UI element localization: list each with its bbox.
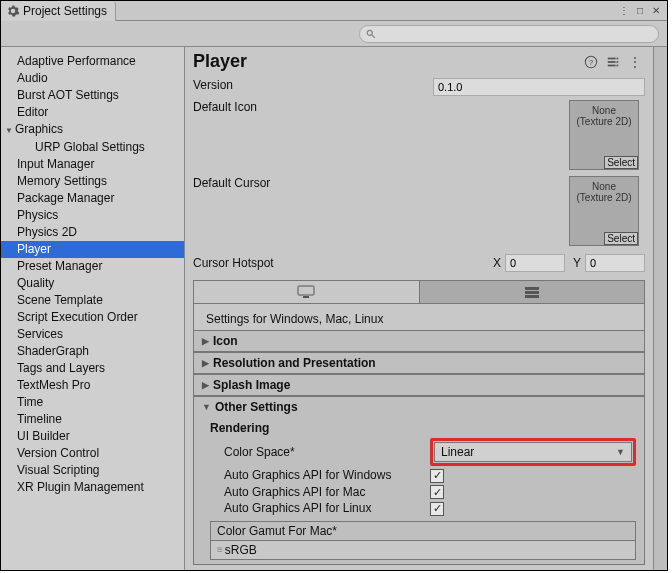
gamut-item-srgb[interactable]: ≡ sRGB — [210, 541, 636, 560]
fold-splash-label: Splash Image — [213, 378, 290, 392]
sidebar-item-graphics[interactable]: Graphics — [1, 121, 184, 139]
chevron-right-icon: ▶ — [202, 358, 209, 368]
sidebar-item-version-control[interactable]: Version Control — [1, 445, 184, 462]
fold-resolution: ▶ Resolution and Presentation — [193, 352, 645, 374]
svg-point-0 — [367, 30, 372, 35]
color-space-label: Color Space* — [210, 445, 430, 459]
sidebar-item-editor[interactable]: Editor — [1, 104, 184, 121]
window-close-icon[interactable]: ✕ — [649, 4, 663, 18]
fold-other: ▼ Other Settings Rendering Color Space* … — [193, 396, 645, 565]
color-space-dropdown[interactable]: Linear ▼ — [434, 442, 632, 462]
server-icon — [523, 285, 541, 299]
gamut-item-label: sRGB — [225, 543, 257, 557]
sidebar-item-physics[interactable]: Physics — [1, 207, 184, 224]
dropdown-arrow-icon: ▼ — [616, 447, 625, 457]
auto-gfx-win-checkbox[interactable] — [430, 469, 444, 483]
platform-tabs — [193, 280, 645, 304]
svg-rect-9 — [617, 64, 619, 66]
tab-standalone[interactable] — [194, 281, 419, 303]
help-icon[interactable]: ? — [583, 54, 599, 70]
monitor-icon — [297, 285, 315, 299]
hotspot-x-input[interactable] — [505, 254, 565, 272]
default-icon-label: Default Icon — [193, 100, 433, 114]
fold-icon-label: Icon — [213, 334, 238, 348]
sidebar-item-script-execution-order[interactable]: Script Execution Order — [1, 309, 184, 326]
chevron-down-icon: ▼ — [202, 402, 211, 412]
kebab-icon[interactable]: ⋮ — [627, 54, 643, 70]
window-title: Project Settings — [23, 4, 107, 18]
auto-gfx-mac-label: Auto Graphics API for Mac — [210, 485, 430, 499]
window-maximize-icon[interactable]: □ — [633, 4, 647, 18]
sidebar-item-memory-settings[interactable]: Memory Settings — [1, 173, 184, 190]
auto-gfx-mac-checkbox[interactable] — [430, 485, 444, 499]
default-cursor-slot[interactable]: None (Texture 2D) Select — [569, 176, 639, 246]
sidebar-item-shadergraph[interactable]: ShaderGraph — [1, 343, 184, 360]
sidebar-item-textmesh-pro[interactable]: TextMesh Pro — [1, 377, 184, 394]
sidebar-item-visual-scripting[interactable]: Visual Scripting — [1, 462, 184, 479]
svg-rect-4 — [608, 57, 616, 59]
sidebar-item-burst-aot-settings[interactable]: Burst AOT Settings — [1, 87, 184, 104]
fold-resolution-header[interactable]: ▶ Resolution and Presentation — [194, 352, 644, 373]
sidebar-item-adaptive-performance[interactable]: Adaptive Performance — [1, 53, 184, 70]
fold-splash: ▶ Splash Image — [193, 374, 645, 396]
sidebar: Adaptive PerformanceAudioBurst AOT Setti… — [1, 47, 185, 570]
version-input[interactable] — [433, 78, 645, 96]
search-input[interactable] — [359, 25, 659, 43]
auto-gfx-linux-checkbox[interactable] — [430, 502, 444, 516]
fold-icon-header[interactable]: ▶ Icon — [194, 330, 644, 351]
select-icon-button[interactable]: Select — [604, 156, 638, 169]
sidebar-item-physics-2d[interactable]: Physics 2D — [1, 224, 184, 241]
fold-splash-header[interactable]: ▶ Splash Image — [194, 374, 644, 395]
default-icon-slot[interactable]: None (Texture 2D) Select — [569, 100, 639, 170]
svg-rect-11 — [303, 296, 309, 298]
svg-rect-13 — [525, 291, 539, 294]
preset-icon[interactable] — [605, 54, 621, 70]
project-settings-window: Project Settings ⋮ □ ✕ Adaptive Performa… — [0, 0, 668, 571]
fold-other-header[interactable]: ▼ Other Settings — [194, 396, 644, 417]
sidebar-item-timeline[interactable]: Timeline — [1, 411, 184, 428]
svg-rect-14 — [525, 295, 539, 298]
sidebar-item-audio[interactable]: Audio — [1, 70, 184, 87]
color-space-value: Linear — [441, 445, 474, 459]
sidebar-item-player[interactable]: Player — [1, 241, 184, 258]
search-icon — [366, 29, 376, 39]
page-title: Player — [193, 51, 577, 72]
chevron-right-icon: ▶ — [202, 336, 209, 346]
sidebar-item-ui-builder[interactable]: UI Builder — [1, 428, 184, 445]
sidebar-item-quality[interactable]: Quality — [1, 275, 184, 292]
window-tab[interactable]: Project Settings — [1, 1, 116, 21]
sidebar-item-tags-and-layers[interactable]: Tags and Layers — [1, 360, 184, 377]
gamut-mac-header: Color Gamut For Mac* — [210, 521, 636, 541]
sidebar-item-scene-template[interactable]: Scene Template — [1, 292, 184, 309]
fold-icon: ▶ Icon — [193, 330, 645, 352]
titlebar: Project Settings ⋮ □ ✕ — [1, 1, 667, 21]
select-cursor-button[interactable]: Select — [604, 232, 638, 245]
vertical-scrollbar[interactable] — [653, 47, 667, 570]
sidebar-item-time[interactable]: Time — [1, 394, 184, 411]
sidebar-item-services[interactable]: Services — [1, 326, 184, 343]
hotspot-y-input[interactable] — [585, 254, 645, 272]
default-cursor-label: Default Cursor — [193, 176, 433, 190]
color-space-highlight: Linear ▼ — [430, 438, 636, 466]
sidebar-item-package-manager[interactable]: Package Manager — [1, 190, 184, 207]
texture-none-text: None (Texture 2D) — [570, 181, 638, 203]
sidebar-item-urp-global-settings[interactable]: URP Global Settings — [1, 139, 184, 156]
auto-gfx-linux-label: Auto Graphics API for Linux — [210, 501, 430, 515]
window-menu-icon[interactable]: ⋮ — [617, 4, 631, 18]
texture-none-text: None (Texture 2D) — [570, 105, 638, 127]
sidebar-item-xr-plugin-management[interactable]: XR Plugin Management — [1, 479, 184, 496]
tab-server[interactable] — [419, 281, 645, 303]
fold-resolution-label: Resolution and Presentation — [213, 356, 376, 370]
svg-rect-10 — [298, 286, 314, 295]
chevron-right-icon: ▶ — [202, 380, 209, 390]
sidebar-item-preset-manager[interactable]: Preset Manager — [1, 258, 184, 275]
gear-icon — [7, 5, 19, 17]
sidebar-item-input-manager[interactable]: Input Manager — [1, 156, 184, 173]
settings-desc: Settings for Windows, Mac, Linux — [193, 304, 645, 330]
svg-rect-8 — [617, 61, 619, 63]
version-label: Version — [193, 78, 433, 92]
svg-rect-12 — [525, 287, 539, 290]
svg-rect-6 — [608, 64, 616, 66]
svg-text:?: ? — [589, 57, 594, 66]
window-controls: ⋮ □ ✕ — [617, 4, 667, 18]
